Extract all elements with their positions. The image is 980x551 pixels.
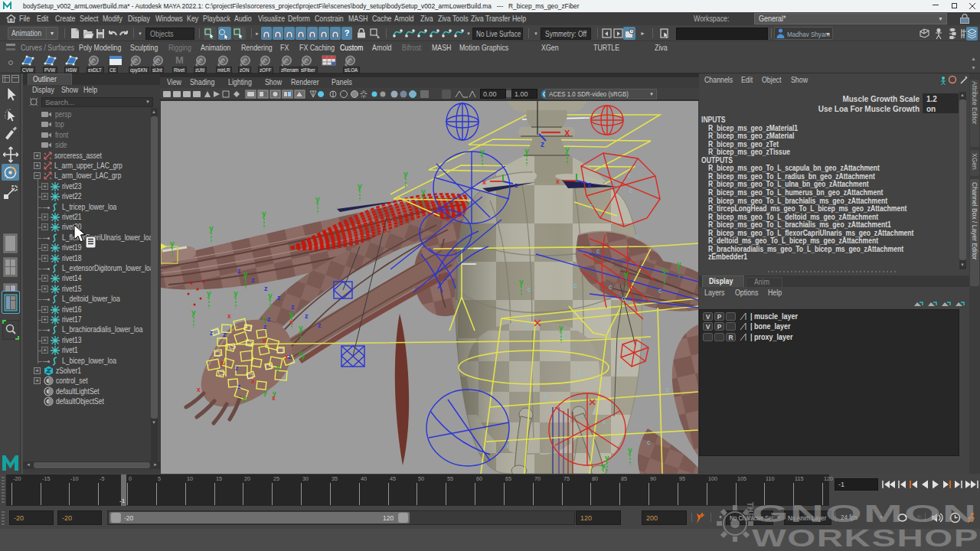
svg-text:y: y — [207, 289, 211, 298]
svg-text:y: y — [677, 260, 681, 269]
svg-text:y: y — [262, 210, 266, 218]
svg-text:z: z — [514, 181, 518, 189]
svg-text:x: x — [197, 386, 201, 393]
svg-text:x: x — [272, 394, 276, 402]
svg-text:y: y — [601, 461, 606, 470]
svg-text:z: z — [210, 329, 213, 337]
svg-text:y: y — [403, 170, 408, 178]
svg-text:x: x — [251, 377, 255, 385]
svg-text:y: y — [263, 315, 266, 323]
svg-text:z: z — [223, 331, 226, 338]
svg-text:GNOMON: GNOMON — [752, 500, 978, 527]
svg-text:c: c — [579, 370, 583, 377]
svg-text:y: y — [209, 224, 214, 233]
svg-text:y: y — [628, 446, 632, 455]
svg-text:c: c — [620, 363, 624, 370]
svg-text:y: y — [358, 182, 362, 191]
svg-text:c: c — [666, 386, 670, 393]
svg-text:c: c — [629, 187, 633, 194]
svg-text:z: z — [541, 140, 544, 148]
svg-text:y: y — [299, 324, 303, 332]
svg-text:y: y — [480, 148, 485, 156]
svg-text:WORKSHOP: WORKSHOP — [752, 525, 979, 551]
svg-text:c: c — [544, 393, 548, 400]
svg-text:c: c — [590, 202, 593, 210]
svg-text:c: c — [528, 285, 531, 293]
svg-text:y: y — [191, 308, 196, 317]
svg-text:y: y — [519, 278, 524, 286]
svg-text:y: y — [276, 364, 280, 371]
svg-text:y: y — [524, 147, 529, 155]
svg-text:x: x — [220, 359, 224, 367]
svg-text:c: c — [658, 287, 662, 295]
svg-text:c: c — [526, 322, 530, 330]
svg-text:y: y — [565, 145, 570, 154]
svg-text:y: y — [624, 270, 629, 279]
svg-text:c: c — [609, 283, 612, 291]
svg-text:y: y — [559, 324, 564, 332]
svg-text:z: z — [251, 276, 255, 284]
svg-text:z: z — [277, 294, 281, 302]
svg-text:c: c — [507, 442, 511, 450]
svg-text:y: y — [289, 310, 294, 318]
svg-text:y: y — [170, 240, 175, 248]
svg-text:c: c — [563, 332, 567, 340]
svg-text:c: c — [635, 233, 639, 240]
svg-text:y: y — [263, 389, 267, 396]
svg-text:x: x — [263, 337, 266, 344]
svg-text:y: y — [299, 349, 302, 357]
svg-text:c: c — [622, 295, 626, 302]
svg-text:c: c — [628, 171, 632, 179]
svg-text:x: x — [556, 178, 560, 185]
svg-text:z: z — [235, 364, 238, 372]
svg-text:z: z — [588, 181, 592, 188]
svg-text:c: c — [596, 247, 600, 255]
svg-text:y: y — [243, 270, 248, 279]
svg-text:c: c — [573, 282, 577, 289]
svg-text:y: y — [605, 454, 609, 462]
svg-text:z: z — [305, 312, 309, 320]
svg-text:z: z — [264, 285, 268, 292]
svg-text:y: y — [421, 187, 426, 196]
svg-text:z: z — [237, 383, 240, 390]
svg-text:y: y — [662, 266, 667, 275]
svg-text:c: c — [603, 418, 606, 425]
svg-text:y: y — [234, 289, 238, 298]
svg-text:x: x — [289, 318, 293, 326]
svg-text:z: z — [263, 323, 266, 331]
svg-text:y: y — [243, 395, 247, 403]
svg-text:X: X — [564, 129, 570, 138]
svg-text:x: x — [227, 312, 231, 320]
svg-text:z: z — [291, 303, 295, 311]
svg-text:z: z — [237, 267, 241, 275]
svg-text:z: z — [267, 315, 270, 323]
svg-text:z: z — [288, 353, 291, 360]
svg-text:y: y — [268, 292, 273, 300]
svg-text:y: y — [302, 352, 305, 360]
svg-text:y: y — [315, 195, 320, 204]
svg-text:z: z — [318, 321, 322, 329]
svg-text:c: c — [647, 439, 651, 446]
svg-text:x: x — [482, 178, 486, 186]
